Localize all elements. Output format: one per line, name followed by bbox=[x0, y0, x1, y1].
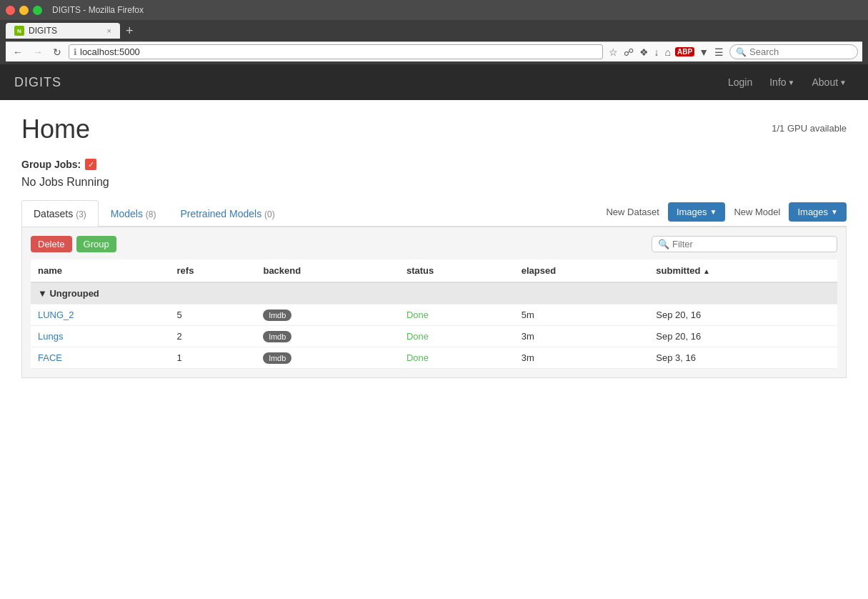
row-name-link[interactable]: Lungs bbox=[38, 331, 63, 342]
home-icon[interactable]: ⌂ bbox=[664, 45, 672, 59]
table-row: Lungs 2 lmdb Done 3m Sep 20, 16 bbox=[31, 326, 837, 347]
group-button[interactable]: Group bbox=[76, 236, 116, 252]
forward-button[interactable]: → bbox=[30, 45, 46, 59]
group-jobs-label: Group Jobs: bbox=[21, 159, 81, 170]
reader-icon[interactable]: ☍ bbox=[622, 45, 635, 59]
delete-button[interactable]: Delete bbox=[31, 236, 72, 252]
row-name: LUNG_2 bbox=[31, 305, 170, 326]
tab-models-label: Models bbox=[111, 208, 146, 219]
address-bar[interactable]: ℹ localhost:5000 bbox=[69, 44, 603, 59]
datasets-table: name refs backend status elapsed submitt… bbox=[31, 259, 837, 369]
minimize-button[interactable] bbox=[19, 6, 29, 15]
os-titlebar: DIGITS - Mozilla Firefox bbox=[0, 0, 868, 20]
tab-datasets[interactable]: Datasets (3) bbox=[21, 200, 99, 227]
browser-tabs: N DIGITS × + bbox=[6, 23, 862, 39]
reload-button[interactable]: ↻ bbox=[50, 45, 64, 59]
maximize-button[interactable] bbox=[33, 6, 42, 15]
new-dataset-label: New Dataset bbox=[606, 207, 659, 217]
tabs-row: Datasets (3) Models (8) Pretrained Model… bbox=[21, 200, 847, 227]
row-elapsed: 3m bbox=[514, 326, 649, 347]
close-button[interactable] bbox=[6, 6, 15, 15]
info-dropdown[interactable]: Info ▼ bbox=[762, 72, 802, 92]
col-backend: backend bbox=[256, 259, 399, 282]
menu-icon[interactable]: ☰ bbox=[713, 45, 725, 59]
row-backend: lmdb bbox=[256, 326, 399, 347]
nav-links: Login Info ▼ About ▼ bbox=[721, 72, 854, 92]
new-dataset-button[interactable]: Images ▼ bbox=[668, 202, 726, 222]
table-row: LUNG_2 5 lmdb Done 5m Sep 20, 16 bbox=[31, 305, 837, 326]
tab-datasets-count: (3) bbox=[76, 209, 86, 219]
page-title: Home bbox=[21, 114, 90, 144]
row-name: Lungs bbox=[31, 326, 170, 347]
group-jobs-row: Group Jobs: bbox=[21, 159, 847, 170]
col-status: status bbox=[399, 259, 514, 282]
tab-models-count: (8) bbox=[146, 209, 156, 219]
filter-input[interactable] bbox=[672, 239, 831, 249]
app-brand: DIGITS bbox=[14, 75, 721, 90]
tab-favicon: N bbox=[14, 26, 24, 36]
table-header-row: name refs backend status elapsed submitt… bbox=[31, 259, 837, 282]
info-caret: ▼ bbox=[788, 79, 795, 86]
tab-models[interactable]: Models (8) bbox=[99, 200, 169, 227]
extension-icon[interactable]: ▼ bbox=[697, 45, 710, 59]
bookmark-icon[interactable]: ☆ bbox=[607, 45, 619, 59]
group-jobs-checkbox[interactable] bbox=[85, 159, 96, 170]
tab-pretrained-label: Pretrained Models bbox=[181, 208, 265, 219]
tab-close-button[interactable]: × bbox=[107, 26, 111, 35]
tab-label: DIGITS bbox=[29, 26, 57, 36]
gpu-info: 1/1 GPU available bbox=[772, 123, 847, 134]
row-submitted: Sep 20, 16 bbox=[649, 326, 837, 347]
row-submitted: Sep 20, 16 bbox=[649, 305, 837, 326]
about-dropdown[interactable]: About ▼ bbox=[805, 72, 854, 92]
new-buttons: New Dataset Images ▼ New Model Images ▼ bbox=[606, 202, 847, 224]
download-icon[interactable]: ↓ bbox=[653, 45, 661, 59]
col-submitted[interactable]: submitted ▲ bbox=[649, 259, 837, 282]
app-navbar: DIGITS Login Info ▼ About ▼ bbox=[0, 64, 868, 100]
row-status: Done bbox=[399, 347, 514, 369]
login-link[interactable]: Login bbox=[721, 72, 759, 92]
new-model-caret: ▼ bbox=[831, 208, 838, 216]
table-toolbar: Delete Group 🔍 bbox=[31, 236, 837, 252]
back-button[interactable]: ← bbox=[10, 45, 26, 59]
new-tab-button[interactable]: + bbox=[120, 24, 139, 37]
new-model-label: New Model bbox=[734, 207, 780, 217]
adblock-icon[interactable]: ABP bbox=[675, 47, 694, 56]
group-row: ▼ Ungrouped bbox=[31, 282, 837, 305]
row-elapsed: 5m bbox=[514, 305, 649, 326]
row-name: FACE bbox=[31, 347, 170, 369]
row-status: Done bbox=[399, 305, 514, 326]
sort-arrow-icon: ▲ bbox=[703, 267, 710, 275]
group-collapse-icon[interactable]: ▼ bbox=[38, 288, 49, 299]
row-refs: 5 bbox=[170, 305, 256, 326]
browser-search-bar[interactable]: 🔍 bbox=[729, 44, 858, 59]
row-name-link[interactable]: FACE bbox=[38, 352, 62, 363]
backend-badge: lmdb bbox=[263, 331, 291, 342]
table-row: FACE 1 lmdb Done 3m Sep 3, 16 bbox=[31, 347, 837, 369]
browser-tab[interactable]: N DIGITS × bbox=[6, 23, 120, 39]
address-text: localhost:5000 bbox=[80, 46, 598, 57]
row-status: Done bbox=[399, 326, 514, 347]
pocket-icon[interactable]: ❖ bbox=[638, 45, 650, 59]
tab-pretrained-count: (0) bbox=[264, 209, 275, 219]
filter-search-icon: 🔍 bbox=[658, 239, 669, 249]
window-title: DIGITS - Mozilla Firefox bbox=[52, 5, 144, 15]
tab-pretrained-models[interactable]: Pretrained Models (0) bbox=[169, 200, 287, 227]
about-caret: ▼ bbox=[839, 79, 847, 86]
backend-badge: lmdb bbox=[263, 310, 291, 321]
col-refs: refs bbox=[170, 259, 256, 282]
backend-badge: lmdb bbox=[263, 352, 291, 364]
no-jobs-text: No Jobs Running bbox=[21, 176, 847, 189]
browser-search-input[interactable] bbox=[749, 46, 852, 57]
row-elapsed: 3m bbox=[514, 347, 649, 369]
new-dataset-caret: ▼ bbox=[710, 208, 717, 216]
page-header: Home 1/1 GPU available bbox=[21, 114, 847, 144]
new-model-button[interactable]: Images ▼ bbox=[789, 202, 847, 222]
info-icon: ℹ bbox=[74, 47, 77, 57]
row-refs: 1 bbox=[170, 347, 256, 369]
main-content: Home 1/1 GPU available Group Jobs: No Jo… bbox=[0, 100, 868, 392]
col-elapsed: elapsed bbox=[514, 259, 649, 282]
filter-box[interactable]: 🔍 bbox=[652, 236, 837, 252]
row-name-link[interactable]: LUNG_2 bbox=[38, 310, 74, 320]
row-submitted: Sep 3, 16 bbox=[649, 347, 837, 369]
row-backend: lmdb bbox=[256, 347, 399, 369]
